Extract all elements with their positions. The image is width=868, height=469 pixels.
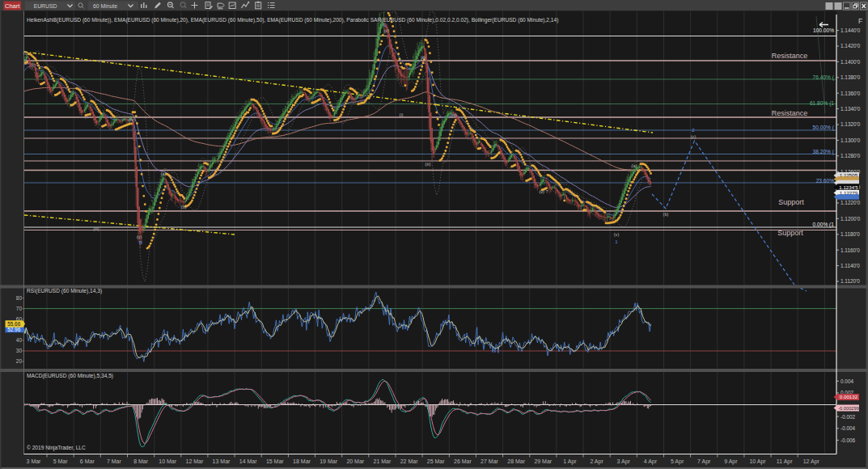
svg-text:27 Mar: 27 Mar [481,458,498,464]
svg-text:1.1360'0: 1.1360'0 [840,91,861,96]
svg-text:100.00%: 100.00% [813,27,834,33]
svg-text:6 Mar: 6 Mar [80,458,95,464]
svg-text:61.80% (1: 61.80% (1 [810,100,834,107]
svg-text:19 Mar: 19 Mar [320,458,337,464]
svg-text:1.1120'0: 1.1120'0 [840,278,860,284]
svg-text:-0.004: -0.004 [840,425,856,431]
svg-text:28 Mar: 28 Mar [507,458,525,464]
svg-text:50.00% (: 50.00% ( [813,125,835,131]
svg-text:30: 30 [16,348,23,353]
svg-text:2 Apr: 2 Apr [590,458,603,465]
svg-text:55.66: 55.66 [7,321,20,327]
svg-text:1.1140'0: 1.1140'0 [840,263,860,268]
svg-text:Chart: Chart [5,2,20,10]
svg-text:70: 70 [16,306,23,311]
svg-text:22 Mar: 22 Mar [400,458,418,464]
svg-text:1.1220'0: 1.1220'0 [840,200,861,205]
svg-text:Support: Support [777,229,803,237]
svg-text:15 Mar: 15 Mar [266,458,284,464]
svg-text:(iii): (iii) [93,226,100,231]
svg-text:(i): (i) [400,112,404,117]
svg-text:4 Apr: 4 Apr [644,458,658,465]
svg-text:1.1180'0: 1.1180'0 [840,231,860,237]
svg-text:3 Apr: 3 Apr [617,458,631,465]
svg-text:14 Mar: 14 Mar [239,458,257,464]
svg-text:1.1420'0: 1.1420'0 [840,43,861,49]
svg-text:1.1200'0: 1.1200'0 [840,216,861,222]
svg-text:(iii): (iii) [425,162,431,167]
svg-text:(b): (b) [663,212,669,217]
svg-text:5 Mar: 5 Mar [53,458,69,464]
svg-text:F: F [858,17,862,25]
svg-text:1.1280'0: 1.1280'0 [840,153,861,158]
svg-text:3 Mar: 3 Mar [27,458,42,464]
svg-text:RSI(EURUSD (60 Minute),14,3): RSI(EURUSD (60 Minute),14,3) [27,288,102,294]
svg-text:1.1300'0: 1.1300'0 [840,137,861,143]
svg-text:(c): (c) [691,134,697,139]
svg-text:26 Mar: 26 Mar [454,458,472,464]
svg-text:8 Mar: 8 Mar [133,458,149,464]
svg-text:20: 20 [16,358,23,364]
svg-text:40: 40 [16,337,23,343]
svg-text:7 Mar: 7 Mar [107,458,122,464]
svg-text:Resistance: Resistance [772,109,808,117]
svg-text:(b): (b) [181,205,187,209]
svg-text:(c): (c) [384,28,390,33]
svg-text:1.1234'5: 1.1234'5 [839,184,858,190]
svg-text:1.1340'0: 1.1340'0 [840,106,861,112]
svg-text:Resistance: Resistance [772,52,808,60]
svg-text:HeikenAshi8(EURUSD (60 Minute): HeikenAshi8(EURUSD (60 Minute)), EMA(EUR… [27,17,558,23]
svg-text:76.40% (: 76.40% ( [813,74,835,81]
svg-text:38.20% (: 38.20% ( [813,149,835,155]
svg-text:Support: Support [778,198,804,206]
svg-text:(a): (a) [161,171,167,176]
svg-text:13 Mar: 13 Mar [213,458,231,464]
svg-text:0.004: 0.004 [840,378,853,384]
svg-text:0.00% (1: 0.00% (1 [813,222,835,228]
svg-text:1.1160'0: 1.1160'0 [840,247,860,253]
svg-text:(i): (i) [23,50,28,55]
svg-text:1.1400'0: 1.1400'0 [840,59,861,65]
svg-text:11 Apr: 11 Apr [777,458,793,465]
svg-text:20 Mar: 20 Mar [346,458,364,464]
svg-text:EURUSD: EURUSD [34,3,57,9]
svg-text:60 Minute: 60 Minute [93,3,117,9]
svg-text:-0.006: -0.006 [840,437,856,443]
svg-text:1.1380'0: 1.1380'0 [840,74,861,80]
svg-text:1.1440'0: 1.1440'0 [840,27,861,33]
svg-text:(v): (v) [137,234,142,239]
svg-text:12 Apr: 12 Apr [803,458,820,465]
svg-text:12 Mar: 12 Mar [186,458,204,464]
svg-text:© 2019 NinjaTrader, LLC: © 2019 NinjaTrader, LLC [27,445,86,451]
svg-text:29 Mar: 29 Mar [534,458,552,464]
svg-text:C: C [383,23,387,27]
svg-text:-0.000299: -0.000299 [838,406,859,411]
svg-text:1.1320'0: 1.1320'0 [840,121,861,127]
svg-text:(iv): (iv) [451,112,457,117]
svg-text:7 Apr: 7 Apr [697,458,711,465]
svg-text:(a): (a) [632,163,637,168]
svg-text:(v): (v) [614,232,620,237]
svg-text:10 Apr: 10 Apr [749,458,766,465]
svg-text:80: 80 [16,295,23,301]
svg-text:1 Apr: 1 Apr [563,458,577,465]
svg-text:25 Mar: 25 Mar [427,458,445,464]
svg-text:(iv): (iv) [129,117,135,122]
svg-text:21 Mar: 21 Mar [374,458,392,464]
svg-text:5 Apr: 5 Apr [671,458,684,465]
svg-text:23.60%: 23.60% [816,178,835,184]
svg-text:10 Mar: 10 Mar [159,458,176,464]
svg-text:MACD(EURUSD (60 Minute),5,34,5: MACD(EURUSD (60 Minute),5,34,5) [27,373,113,379]
svg-text:18 Mar: 18 Mar [293,458,311,464]
svg-text:(v) ?: (v) ? [539,189,548,194]
svg-text:0.00132: 0.00132 [840,394,858,399]
svg-text:52.96: 52.96 [7,327,20,332]
svg-text:B: B [139,240,142,245]
svg-text:-0.002: -0.002 [840,414,856,420]
svg-text:9 Apr: 9 Apr [724,458,738,465]
svg-text:(ii): (ii) [421,55,426,60]
